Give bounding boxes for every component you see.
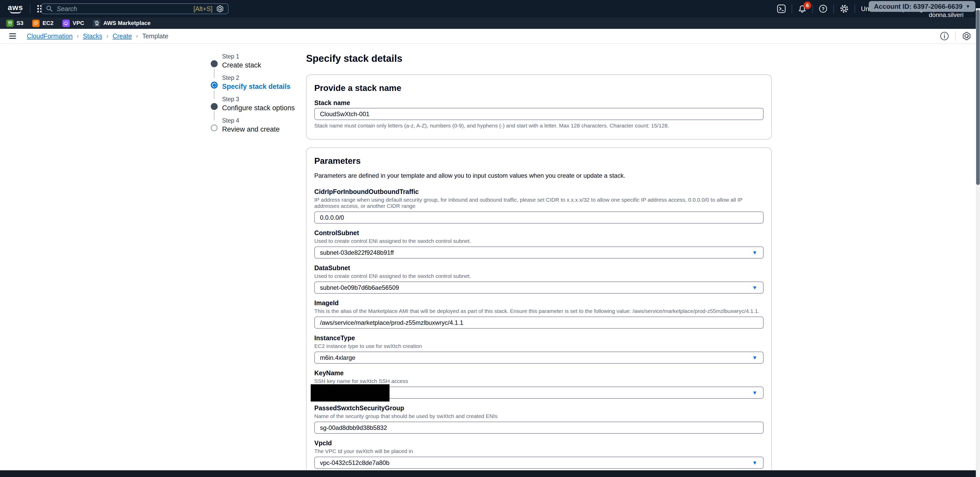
step-label[interactable]: Review and create — [222, 126, 296, 134]
amazon-q-hexagon-icon[interactable] — [962, 32, 971, 41]
step-4-dot — [211, 124, 218, 131]
info-icon[interactable] — [940, 32, 949, 41]
breadcrumb-current-template: Template — [142, 32, 168, 40]
vpc-id-select[interactable]: vpc-0432c512c8de7a80b ▼ — [314, 457, 764, 469]
breadcrumb-stacks[interactable]: Stacks — [83, 32, 102, 40]
field-label: ImageId — [314, 299, 764, 307]
help-icon[interactable]: ? — [813, 0, 833, 17]
security-group-input[interactable] — [314, 421, 764, 434]
instance-type-select[interactable]: m6in.4xlarge ▼ — [314, 351, 764, 364]
field-description: Name of the security group that should b… — [314, 413, 764, 419]
field-description: Used to create control ENI assigned to t… — [314, 238, 764, 244]
breadcrumb: CloudFormation › Stacks › Create › Templ… — [27, 32, 168, 40]
step-1-create-stack: Step 1 Create stack — [211, 53, 296, 69]
amazon-q-icon[interactable] — [216, 5, 224, 13]
breadcrumb-utilities-divider — [955, 31, 956, 41]
breadcrumb-separator: › — [77, 32, 79, 40]
stack-name-hint: Stack name must contain only letters (a-… — [314, 122, 764, 129]
wizard-steps-nav: Step 1 Create stack Step 2 Specify stack… — [211, 53, 296, 138]
favorite-label: VPC — [73, 20, 84, 27]
console-footer-bar — [0, 470, 980, 477]
aws-logo[interactable]: aws — [8, 4, 23, 13]
step-label[interactable]: Create stack — [222, 61, 296, 69]
parameters-heading: Parameters — [314, 156, 764, 166]
notifications-bell-icon[interactable]: 6 — [793, 0, 812, 17]
favorite-label: EC2 — [43, 20, 54, 27]
data-subnet-select[interactable]: subnet-0e09b7d6b6ae56509 ▼ — [314, 281, 764, 294]
aws-console-page: aws Search [Alt+S] — [0, 0, 980, 477]
field-cidr: CidrIpForInboundOutboundTraffic IP addre… — [314, 188, 764, 224]
step-label[interactable]: Configure stack options — [222, 104, 296, 112]
redaction-overlay — [311, 384, 390, 402]
breadcrumb-create[interactable]: Create — [113, 32, 132, 40]
field-description: The VPC Id your swXtch will be placed in — [314, 448, 764, 454]
stack-name-input[interactable] — [314, 108, 764, 120]
stack-name-panel: Provide a stack name Stack name Stack na… — [306, 75, 772, 140]
parameters-panel: Parameters Parameters are defined in you… — [306, 147, 772, 477]
step-kicker: Step 2 — [222, 75, 296, 81]
selected-value: subnet-03de822f9248b91ff — [320, 249, 394, 256]
search-input[interactable]: Search [Alt+S] — [41, 3, 229, 14]
cloudshell-icon[interactable] — [772, 0, 791, 17]
notification-count-badge: 6 — [803, 2, 811, 9]
favorite-ec2[interactable]: EC2 — [32, 19, 54, 27]
field-label: ControlSubnet — [314, 229, 764, 237]
topbar-divider — [854, 5, 855, 13]
field-description: Used to create control ENI assigned to t… — [314, 273, 764, 279]
field-image-id: ImageId This is the alias of the Marketp… — [314, 299, 764, 329]
s3-bucket-icon — [6, 19, 14, 27]
favorite-vpc[interactable]: VPC — [62, 19, 84, 27]
breadcrumb-separator: › — [107, 32, 108, 40]
page-title: Specify stack details — [306, 53, 772, 64]
stack-name-label: Stack name — [314, 99, 764, 107]
field-security-group: PassedSwxtchSecurityGroup Name of the se… — [314, 404, 764, 434]
search-icon — [46, 5, 53, 13]
chevron-down-icon: ▼ — [966, 4, 970, 9]
image-id-input[interactable] — [314, 316, 764, 329]
topbar-divider — [792, 5, 792, 13]
dropdown-caret-icon: ▼ — [752, 285, 757, 291]
step-3-dot — [211, 103, 218, 110]
control-subnet-select[interactable]: subnet-03de822f9248b91ff ▼ — [314, 246, 764, 259]
breadcrumb-bar: CloudFormation › Stacks › Create › Templ… — [0, 29, 980, 44]
step-4-review-and-create: Step 4 Review and create — [211, 117, 296, 134]
dropdown-caret-icon: ▼ — [752, 250, 757, 256]
account-menu-button[interactable]: Account ID: 6397-2066-6639 ▼ — [869, 1, 975, 12]
favorites-bar: S3 EC2 VPC — [0, 17, 980, 29]
field-label: VpcId — [314, 439, 764, 447]
field-instance-type: InstanceType EC2 instance type to use fo… — [314, 334, 764, 364]
cidr-input[interactable] — [314, 211, 764, 224]
field-key-name: KeyName SSH key name for swXtch SSH acce… — [314, 369, 764, 399]
vpc-cloud-icon — [62, 19, 70, 27]
favorite-s3[interactable]: S3 — [6, 19, 24, 27]
step-label[interactable]: Specify stack details — [222, 83, 296, 91]
dropdown-caret-icon: ▼ — [752, 355, 757, 361]
field-label: CidrIpForInboundOutboundTraffic — [314, 188, 764, 196]
field-label: KeyName — [314, 369, 764, 377]
field-description: IP address range when using default secu… — [314, 197, 764, 209]
favorite-label: AWS Marketplace — [103, 20, 150, 27]
step-kicker: Step 1 — [222, 53, 296, 60]
breadcrumb-cloudformation[interactable]: CloudFormation — [27, 32, 73, 40]
search-placeholder: Search — [57, 5, 190, 13]
dropdown-caret-icon: ▼ — [752, 390, 757, 396]
key-name-select[interactable]: ▼ — [314, 386, 764, 399]
ec2-icon — [32, 19, 40, 27]
field-label: InstanceType — [314, 334, 764, 342]
svg-text:?: ? — [822, 6, 825, 11]
selected-value: m6in.4xlarge — [320, 354, 355, 361]
field-vpc-id: VpcId The VPC Id your swXtch will be pla… — [314, 439, 764, 469]
topbar-divider — [834, 5, 834, 13]
breadcrumb-utilities — [940, 31, 971, 41]
side-menu-hamburger-icon[interactable] — [9, 33, 16, 39]
search-shortcut-hint: [Alt+S] — [194, 5, 213, 13]
page-scrollbar-thumb[interactable] — [976, 10, 980, 185]
page-scrollbar-track — [976, 8, 980, 477]
field-description: EC2 instance type to use for swXtch crea… — [314, 343, 764, 349]
field-description: SSH key name for swXtch SSH access — [314, 378, 764, 384]
settings-gear-icon[interactable] — [834, 0, 854, 17]
favorite-aws-marketplace[interactable]: AWS Marketplace — [93, 19, 150, 27]
breadcrumb-separator: › — [136, 32, 138, 40]
parameters-description: Parameters are defined in your template … — [314, 172, 764, 179]
dropdown-caret-icon: ▼ — [752, 460, 757, 466]
